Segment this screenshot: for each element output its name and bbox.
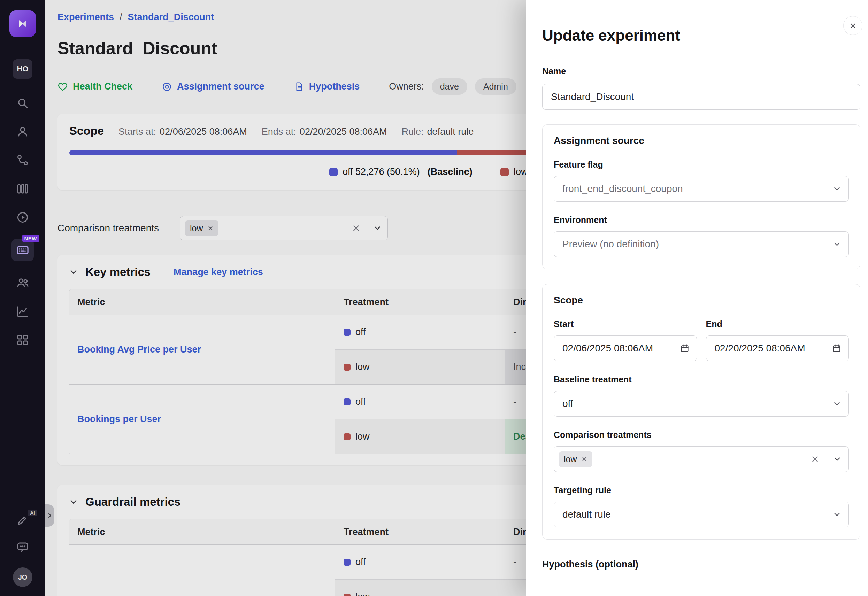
clear-x-icon[interactable] [810,454,819,464]
app-logo[interactable] [9,10,36,37]
col-metric: Metric [69,297,335,308]
manage-key-metrics-link[interactable]: Manage key metrics [174,267,263,277]
start-label: Start [554,319,697,329]
chevron-down-icon[interactable] [825,391,849,416]
close-button[interactable] [843,16,862,35]
col-treatment: Treatment [335,519,505,544]
chevron-down-icon[interactable] [825,232,849,257]
assignment-source-link[interactable]: Assignment source [162,81,264,92]
chevron-down-icon[interactable] [367,224,387,233]
legend-off-text: off 52,276 (50.1%) [342,167,420,177]
key-metrics-title: Key metrics [86,266,151,279]
feature-flag-select[interactable]: front_end_discount_coupon [554,176,849,202]
help-chat-icon[interactable] [16,540,30,554]
name-input[interactable] [542,84,860,110]
comparison-treatments-label: Comparison treatments [554,430,849,440]
sidebar-bottom: AI JO [13,513,32,587]
starts-value: 02/06/2025 08:06AM [159,127,247,137]
calendar-icon[interactable] [680,344,689,353]
name-label: Name [542,66,860,76]
starts-label: Starts at: [118,127,156,137]
new-badge: NEW [22,235,40,242]
document-icon [294,81,304,92]
ai-badge: AI [28,510,37,516]
treatment-name: low [356,431,370,442]
comparison-treatments-label: Comparison treatments [58,223,159,234]
treatment-name: off [356,327,366,338]
search-icon[interactable] [16,96,30,110]
owner-chip-admin[interactable]: Admin [475,78,517,95]
rule-value: default rule [427,127,474,137]
heart-icon [58,81,68,92]
legend-swatch-low [500,168,509,176]
user-avatar[interactable]: JO [13,568,32,587]
treatment-swatch [344,559,351,566]
comparison-treatments-multiselect[interactable]: low [180,216,388,240]
end-date-input[interactable]: 02/20/2025 08:06AM [706,335,849,361]
hypothesis-link[interactable]: Hypothesis [294,81,360,92]
environment-select[interactable]: Preview (no definition) [554,231,849,257]
breadcrumb-experiments-link[interactable]: Experiments [58,12,114,23]
feature-flag-label: Feature flag [554,159,849,170]
breadcrumb-separator: / [120,12,122,23]
legend-item-low: low [500,167,528,177]
chip-remove-icon[interactable] [581,456,588,462]
scope-rule: Rule:default rule [402,127,474,137]
workspace-badge[interactable]: HO [13,59,32,79]
treatment-swatch [344,329,351,336]
grid-icon[interactable] [16,333,30,347]
environment-value: Preview (no definition) [562,239,659,250]
ends-value: 02/20/2025 08:06AM [300,127,387,137]
treatment-swatch [344,593,351,596]
start-date-input[interactable]: 02/06/2025 08:06AM [554,335,697,361]
treatment-swatch [344,433,351,440]
ends-label: Ends at: [262,127,296,137]
breadcrumb-current-link[interactable]: Standard_Discount [128,12,214,23]
sidebar-item-experiments-active[interactable]: NEW [12,239,34,261]
feature-flag-value: front_end_discount_coupon [562,183,683,194]
chevron-down-icon[interactable] [825,176,849,201]
people-icon[interactable] [16,276,30,290]
chevron-down-icon[interactable] [825,502,849,527]
comparison-treatments-multiselect[interactable]: low [554,446,849,472]
metric-link[interactable]: Bookings per User [77,414,161,425]
scope-card-title: Scope [69,124,104,137]
person-icon[interactable] [16,125,30,139]
collapse-chevron-icon[interactable] [69,497,78,507]
scope-starts: Starts at:02/06/2025 08:06AM [118,127,247,137]
treatment-name: off [356,397,366,407]
owner-chip-dave[interactable]: dave [432,78,467,95]
assignment-source-label: Assignment source [177,81,264,92]
health-check-label: Health Check [73,81,133,92]
ai-assistant-button[interactable]: AI [16,513,30,527]
bar-segment-off [69,150,457,155]
treatment-chip-low[interactable]: low [559,451,592,467]
calendar-icon[interactable] [832,344,841,353]
collapse-chevron-icon[interactable] [69,267,78,277]
scope-section-title: Scope [554,295,849,306]
ai-pencil-icon [16,514,29,526]
targeting-rule-select[interactable]: default rule [554,502,849,527]
split-test-icon[interactable] [16,153,30,167]
legend-item-off: off 52,276 (50.1%) (Baseline) [329,167,472,177]
health-check-link[interactable]: Health Check [58,81,133,92]
assignment-source-section: Assignment source Feature flag front_end… [542,124,860,269]
line-chart-icon[interactable] [16,304,30,319]
targeting-rule-label: Targeting rule [554,485,849,495]
clear-x-icon[interactable] [351,224,361,233]
app-root: HO NEW [0,0,868,596]
columns-icon[interactable] [16,182,30,196]
update-experiment-drawer: Update experiment Name Assignment source… [526,0,868,596]
chip-remove-icon[interactable] [207,225,214,231]
sidebar-expand-handle[interactable] [45,505,55,527]
owners-group: Owners: dave Admin [389,78,517,95]
metric-link[interactable]: Booking Avg Price per User [77,344,201,355]
end-label: End [706,319,849,329]
end-date-value: 02/20/2025 08:06AM [714,343,805,354]
treatment-name: off [356,557,366,568]
play-circle-icon[interactable] [16,210,30,224]
chip-label: low [190,223,203,233]
chevron-down-icon[interactable] [826,454,849,464]
baseline-treatment-select[interactable]: off [554,391,849,417]
treatment-chip-low[interactable]: low [185,220,218,236]
